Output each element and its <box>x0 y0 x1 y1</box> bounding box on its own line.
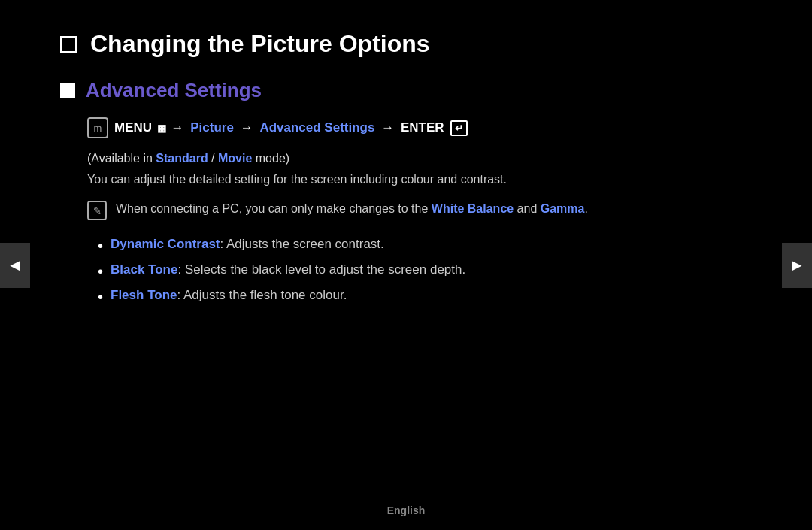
menu-boxes-icon: ▦ <box>157 123 166 134</box>
available-text: (Available in Standard / Movie mode) <box>87 152 752 165</box>
bullet-3-desc: Adjusts the flesh tone colour. <box>180 288 347 302</box>
menu-icon: m <box>87 117 108 138</box>
bullet-dot-2: • <box>98 262 103 280</box>
enter-icon: ↵ <box>450 120 468 136</box>
section-title: Advanced Settings <box>86 79 262 102</box>
square-icon <box>60 83 75 98</box>
section-title-row: Advanced Settings <box>60 79 752 102</box>
bullet-3-text: Flesh Tone: Adjusts the flesh tone colou… <box>111 288 347 303</box>
footer-language: English <box>387 504 426 516</box>
gamma-text: Gamma <box>541 202 585 215</box>
picture-label: Picture <box>190 120 234 135</box>
enter-label: ENTER <box>401 120 444 135</box>
bullet-list: • Dynamic Contrast: Adjusts the screen c… <box>98 237 752 306</box>
menu-path-text: MENU ▦ → Picture → Advanced Settings → E… <box>114 120 468 136</box>
list-item: • Flesh Tone: Adjusts the flesh tone col… <box>98 288 752 306</box>
note-text: When connecting a PC, you can only make … <box>116 200 588 218</box>
menu-path-row: m MENU ▦ → Picture → Advanced Settings →… <box>87 117 752 138</box>
bullet-1-desc: Adjusts the screen contrast. <box>223 237 384 251</box>
bullet-dot-1: • <box>98 237 103 255</box>
movie-text: Movie <box>218 152 252 165</box>
black-tone-label: Black Tone <box>111 262 177 277</box>
arrow2: → <box>241 120 253 135</box>
page-title-row: Changing the Picture Options <box>60 30 752 58</box>
description-text: You can adjust the detailed setting for … <box>87 173 752 186</box>
and-text: and <box>514 202 541 215</box>
slash-text: / <box>208 152 218 165</box>
arrow3: → <box>381 120 394 135</box>
available-suffix: mode) <box>252 152 289 165</box>
checkbox-icon <box>60 36 77 53</box>
arrow1: → <box>171 120 184 135</box>
page-title: Changing the Picture Options <box>90 30 430 58</box>
main-content: Changing the Picture Options Advanced Se… <box>0 0 812 336</box>
note-row: ✎ When connecting a PC, you can only mak… <box>87 200 752 220</box>
note-period: . <box>584 202 587 215</box>
advanced-settings-label: Advanced Settings <box>259 120 374 135</box>
white-balance-text: White Balance <box>432 202 514 215</box>
bullet-2-desc: Selects the black level to adjust the sc… <box>181 262 465 277</box>
list-item: • Dynamic Contrast: Adjusts the screen c… <box>98 237 752 255</box>
dynamic-contrast-label: Dynamic Contrast <box>111 237 220 251</box>
menu-label: MENU <box>114 120 152 135</box>
note-prefix: When connecting a PC, you can only make … <box>116 202 432 215</box>
list-item: • Black Tone: Selects the black level to… <box>98 262 752 280</box>
bullet-1-text: Dynamic Contrast: Adjusts the screen con… <box>111 237 384 252</box>
flesh-tone-label: Flesh Tone <box>111 288 177 302</box>
standard-text: Standard <box>156 152 208 165</box>
note-icon: ✎ <box>87 201 107 220</box>
bullet-dot-3: • <box>98 288 103 306</box>
bullet-2-text: Black Tone: Selects the black level to a… <box>111 262 465 277</box>
available-prefix: (Available in <box>87 152 156 165</box>
